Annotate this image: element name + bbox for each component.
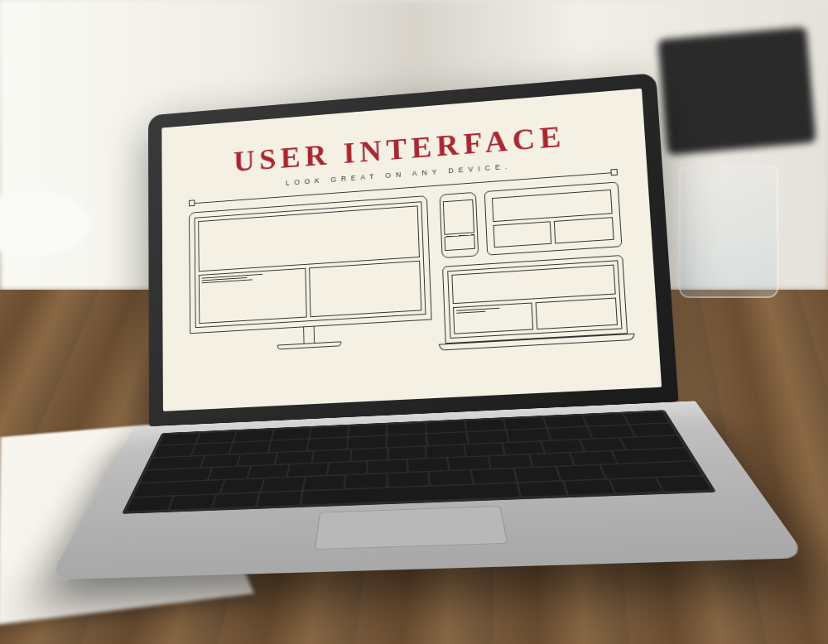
water-glass — [679, 166, 778, 298]
desktop-wireframe — [189, 195, 434, 394]
background-tablet — [657, 26, 816, 155]
screen-display: USER INTERFACE LOOK GREAT ON ANY DEVICE. — [161, 89, 662, 411]
wireframe-container — [189, 181, 630, 393]
laptop-device: USER INTERFACE LOOK GREAT ON ANY DEVICE. — [148, 73, 693, 625]
laptop-wireframe — [442, 255, 628, 350]
main-title: USER INTERFACE — [233, 118, 567, 179]
phone-wireframe — [439, 192, 479, 258]
keyboard — [122, 410, 717, 514]
laptop-keyboard-deck — [48, 401, 807, 579]
trackpad — [315, 506, 508, 550]
tablet-wireframe — [484, 181, 622, 255]
laptop-bezel: USER INTERFACE LOOK GREAT ON ANY DEVICE. — [148, 73, 679, 426]
